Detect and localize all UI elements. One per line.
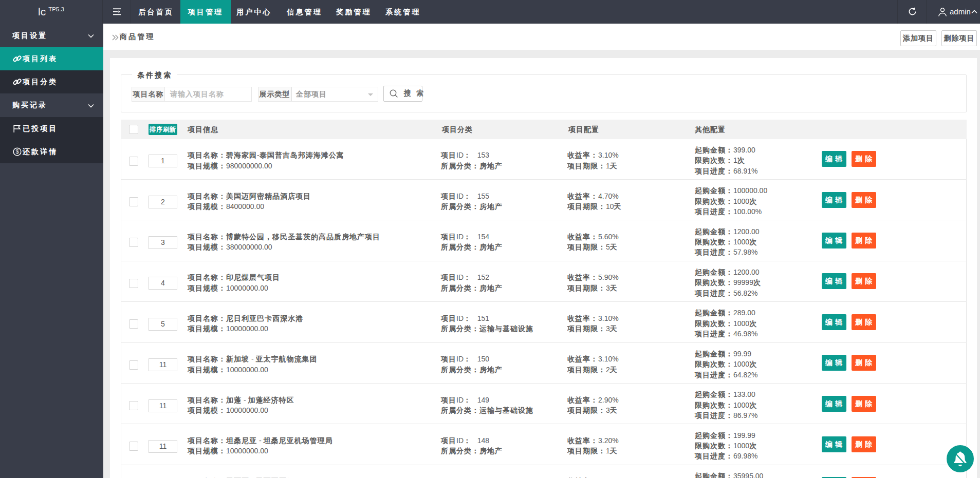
svg-text:$: $ — [15, 148, 19, 155]
